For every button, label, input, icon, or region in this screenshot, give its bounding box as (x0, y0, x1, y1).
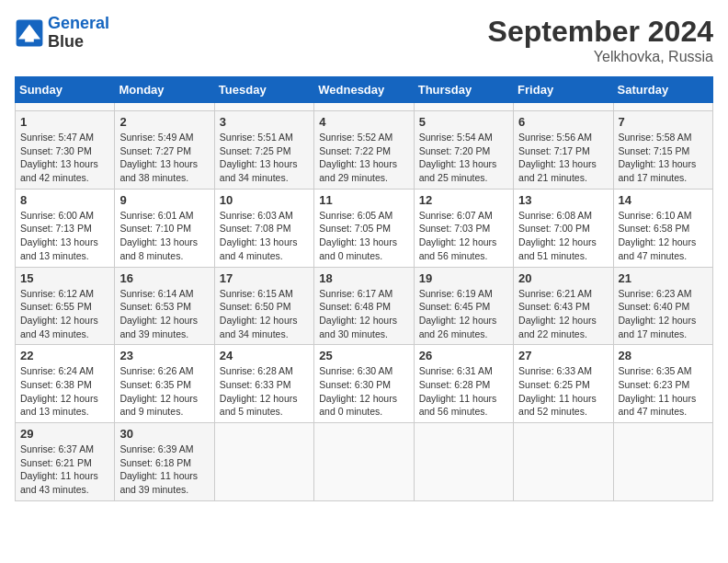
calendar-cell: 5Sunrise: 5:54 AMSunset: 7:20 PMDaylight… (414, 111, 513, 190)
calendar-cell: 9Sunrise: 6:01 AMSunset: 7:10 PMDaylight… (115, 189, 214, 267)
calendar-cell: 29Sunrise: 6:37 AMSunset: 6:21 PMDayligh… (16, 423, 115, 501)
logo-icon (15, 18, 44, 48)
day-number: 15 (20, 271, 109, 285)
day-number: 24 (220, 349, 309, 362)
day-number: 17 (220, 271, 309, 285)
day-info: Sunrise: 6:37 AMSunset: 6:21 PMDaylight:… (20, 442, 109, 497)
day-info: Sunrise: 5:54 AMSunset: 7:20 PMDaylight:… (419, 131, 508, 185)
page-header: General Blue September 2024 Yelkhovka, R… (15, 15, 713, 65)
calendar-cell (514, 423, 613, 501)
day-number: 9 (119, 193, 209, 207)
calendar-cell: 16Sunrise: 6:14 AMSunset: 6:53 PMDayligh… (115, 267, 214, 345)
day-number: 28 (619, 349, 708, 362)
day-number: 1 (20, 115, 109, 129)
day-info: Sunrise: 6:35 AMSunset: 6:23 PMDaylight:… (619, 364, 708, 419)
calendar-cell (16, 103, 115, 111)
day-number: 21 (619, 271, 708, 285)
day-info: Sunrise: 6:28 AMSunset: 6:33 PMDaylight:… (220, 364, 309, 419)
col-wednesday: Wednesday (314, 77, 414, 103)
calendar-row: 29Sunrise: 6:37 AMSunset: 6:21 PMDayligh… (16, 423, 713, 501)
calendar-cell: 6Sunrise: 5:56 AMSunset: 7:17 PMDaylight… (514, 111, 613, 190)
calendar-row: 8Sunrise: 6:00 AMSunset: 7:13 PMDaylight… (16, 189, 713, 267)
day-info: Sunrise: 6:21 AMSunset: 6:43 PMDaylight:… (518, 287, 608, 341)
col-sunday: Sunday (16, 77, 115, 103)
day-info: Sunrise: 6:24 AMSunset: 6:38 PMDaylight:… (20, 364, 109, 419)
day-number: 6 (518, 115, 608, 129)
day-info: Sunrise: 6:05 AMSunset: 7:05 PMDaylight:… (319, 209, 408, 263)
calendar-cell: 7Sunrise: 5:58 AMSunset: 7:15 PMDaylight… (613, 111, 712, 190)
logo-line2: Blue (48, 33, 109, 52)
day-info: Sunrise: 5:47 AMSunset: 7:30 PMDaylight:… (20, 131, 109, 185)
day-number: 4 (319, 115, 408, 129)
day-info: Sunrise: 6:07 AMSunset: 7:03 PMDaylight:… (419, 209, 508, 263)
svg-rect-2 (25, 36, 34, 41)
day-number: 25 (319, 349, 408, 362)
day-info: Sunrise: 5:52 AMSunset: 7:22 PMDaylight:… (319, 131, 408, 185)
calendar-row (16, 103, 713, 111)
calendar-cell: 13Sunrise: 6:08 AMSunset: 7:00 PMDayligh… (514, 189, 613, 267)
calendar-row: 1Sunrise: 5:47 AMSunset: 7:30 PMDaylight… (16, 111, 713, 190)
day-number: 7 (619, 115, 708, 129)
day-info: Sunrise: 6:12 AMSunset: 6:55 PMDaylight:… (20, 287, 109, 341)
calendar-cell (414, 103, 513, 111)
day-number: 14 (619, 193, 708, 207)
calendar-cell: 19Sunrise: 6:19 AMSunset: 6:45 PMDayligh… (414, 267, 513, 345)
col-thursday: Thursday (414, 77, 513, 103)
day-info: Sunrise: 6:31 AMSunset: 6:28 PMDaylight:… (419, 364, 508, 419)
calendar-cell: 18Sunrise: 6:17 AMSunset: 6:48 PMDayligh… (314, 267, 414, 345)
calendar-cell: 24Sunrise: 6:28 AMSunset: 6:33 PMDayligh… (214, 345, 313, 423)
logo-text: General Blue (48, 15, 109, 52)
day-info: Sunrise: 6:15 AMSunset: 6:50 PMDaylight:… (220, 287, 309, 341)
calendar-row: 15Sunrise: 6:12 AMSunset: 6:55 PMDayligh… (16, 267, 713, 345)
day-number: 19 (419, 271, 508, 285)
day-number: 5 (419, 115, 508, 129)
calendar-cell: 22Sunrise: 6:24 AMSunset: 6:38 PMDayligh… (16, 345, 115, 423)
day-info: Sunrise: 6:33 AMSunset: 6:25 PMDaylight:… (518, 364, 608, 419)
logo: General Blue (15, 15, 109, 52)
day-info: Sunrise: 6:00 AMSunset: 7:13 PMDaylight:… (20, 209, 109, 263)
calendar-cell (214, 423, 313, 501)
day-number: 12 (419, 193, 508, 207)
title-section: September 2024 Yelkhovka, Russia (488, 15, 713, 65)
calendar-cell: 15Sunrise: 6:12 AMSunset: 6:55 PMDayligh… (16, 267, 115, 345)
calendar-cell (613, 103, 712, 111)
calendar-cell: 8Sunrise: 6:00 AMSunset: 7:13 PMDaylight… (16, 189, 115, 267)
day-number: 27 (518, 349, 608, 362)
day-info: Sunrise: 5:51 AMSunset: 7:25 PMDaylight:… (220, 131, 309, 185)
day-info: Sunrise: 5:49 AMSunset: 7:27 PMDaylight:… (119, 131, 209, 185)
day-number: 18 (319, 271, 408, 285)
day-info: Sunrise: 6:10 AMSunset: 6:58 PMDaylight:… (619, 209, 708, 263)
day-info: Sunrise: 6:30 AMSunset: 6:30 PMDaylight:… (319, 364, 408, 419)
day-number: 11 (319, 193, 408, 207)
col-friday: Friday (514, 77, 613, 103)
day-number: 10 (220, 193, 309, 207)
calendar-cell: 10Sunrise: 6:03 AMSunset: 7:08 PMDayligh… (214, 189, 313, 267)
logo-line1: General (48, 14, 109, 32)
day-number: 30 (119, 427, 209, 441)
calendar-table: Sunday Monday Tuesday Wednesday Thursday… (15, 76, 713, 501)
calendar-cell (214, 103, 313, 111)
calendar-cell: 27Sunrise: 6:33 AMSunset: 6:25 PMDayligh… (514, 345, 613, 423)
calendar-cell (314, 103, 414, 111)
day-number: 23 (119, 349, 209, 362)
calendar-cell: 25Sunrise: 6:30 AMSunset: 6:30 PMDayligh… (314, 345, 414, 423)
day-info: Sunrise: 6:19 AMSunset: 6:45 PMDaylight:… (419, 287, 508, 341)
calendar-cell: 14Sunrise: 6:10 AMSunset: 6:58 PMDayligh… (613, 189, 712, 267)
day-info: Sunrise: 6:39 AMSunset: 6:18 PMDaylight:… (119, 442, 209, 497)
col-monday: Monday (115, 77, 214, 103)
day-number: 2 (119, 115, 209, 129)
calendar-cell: 23Sunrise: 6:26 AMSunset: 6:35 PMDayligh… (115, 345, 214, 423)
day-number: 16 (119, 271, 209, 285)
calendar-cell: 17Sunrise: 6:15 AMSunset: 6:50 PMDayligh… (214, 267, 313, 345)
location-title: Yelkhovka, Russia (488, 49, 713, 65)
calendar-cell: 2Sunrise: 5:49 AMSunset: 7:27 PMDaylight… (115, 111, 214, 190)
calendar-cell: 30Sunrise: 6:39 AMSunset: 6:18 PMDayligh… (115, 423, 214, 501)
day-info: Sunrise: 6:03 AMSunset: 7:08 PMDaylight:… (220, 209, 309, 263)
day-number: 29 (20, 427, 109, 441)
col-tuesday: Tuesday (214, 77, 313, 103)
day-number: 22 (20, 349, 109, 362)
calendar-cell (613, 423, 712, 501)
calendar-cell: 28Sunrise: 6:35 AMSunset: 6:23 PMDayligh… (613, 345, 712, 423)
day-number: 8 (20, 193, 109, 207)
calendar-cell (414, 423, 513, 501)
